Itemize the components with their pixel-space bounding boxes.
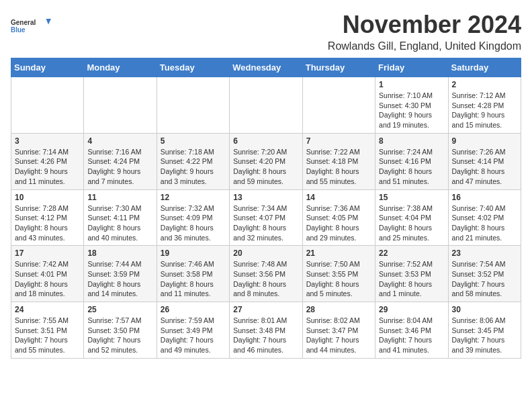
day-number: 13 bbox=[233, 193, 298, 202]
day-info: Daylight: 7 hours and 46 minutes. bbox=[233, 335, 298, 355]
day-info: Sunset: 3:58 PM bbox=[161, 269, 226, 279]
day-info: Sunrise: 7:18 AM bbox=[161, 147, 226, 157]
day-info: Sunset: 3:55 PM bbox=[306, 269, 371, 279]
day-info: Sunset: 4:30 PM bbox=[379, 101, 444, 111]
weekday-header: Wednesday bbox=[230, 58, 302, 77]
day-info: Sunset: 4:09 PM bbox=[161, 213, 226, 223]
day-info: Sunset: 3:59 PM bbox=[87, 269, 152, 279]
weekday-header: Monday bbox=[84, 58, 157, 77]
day-info: Sunrise: 7:42 AM bbox=[15, 259, 80, 269]
day-info: Daylight: 8 hours and 29 minutes. bbox=[306, 223, 371, 242]
calendar-cell: 3Sunrise: 7:14 AMSunset: 4:26 PMDaylight… bbox=[11, 133, 84, 189]
calendar-cell: 8Sunrise: 7:24 AMSunset: 4:16 PMDaylight… bbox=[375, 133, 448, 189]
day-number: 19 bbox=[161, 248, 226, 258]
weekday-header: Friday bbox=[375, 58, 448, 77]
day-info: Daylight: 9 hours and 15 minutes. bbox=[452, 110, 517, 130]
day-info: Daylight: 8 hours and 25 minutes. bbox=[379, 223, 444, 242]
day-info: Sunrise: 7:44 AM bbox=[87, 259, 152, 269]
day-info: Sunrise: 7:32 AM bbox=[161, 203, 226, 214]
day-info: Daylight: 8 hours and 21 minutes. bbox=[452, 223, 517, 242]
calendar-cell: 17Sunrise: 7:42 AMSunset: 4:01 PMDayligh… bbox=[11, 246, 84, 302]
calendar-cell: 14Sunrise: 7:36 AMSunset: 4:05 PMDayligh… bbox=[302, 189, 375, 246]
location-title: Rowlands Gill, England, United Kingdom bbox=[328, 40, 521, 52]
day-number: 4 bbox=[87, 136, 152, 146]
day-info: Sunrise: 7:46 AM bbox=[161, 259, 226, 269]
day-info: Sunrise: 7:14 AM bbox=[15, 147, 80, 157]
calendar-cell: 23Sunrise: 7:54 AMSunset: 3:52 PMDayligh… bbox=[448, 246, 521, 302]
day-info: Sunset: 3:56 PM bbox=[233, 269, 298, 279]
day-number: 18 bbox=[87, 248, 152, 258]
day-info: Sunrise: 7:40 AM bbox=[452, 203, 517, 214]
day-info: Sunrise: 7:50 AM bbox=[306, 259, 371, 269]
calendar-cell: 29Sunrise: 8:04 AMSunset: 3:46 PMDayligh… bbox=[375, 302, 448, 359]
day-number: 12 bbox=[161, 193, 226, 202]
day-info: Sunset: 3:47 PM bbox=[306, 326, 371, 336]
day-info: Daylight: 8 hours and 59 minutes. bbox=[233, 167, 298, 186]
calendar-cell: 9Sunrise: 7:26 AMSunset: 4:14 PMDaylight… bbox=[448, 133, 521, 189]
day-info: Sunrise: 7:26 AM bbox=[452, 147, 517, 157]
svg-marker-2 bbox=[46, 19, 52, 25]
day-info: Sunset: 4:05 PM bbox=[306, 213, 371, 223]
day-info: Daylight: 9 hours and 7 minutes. bbox=[87, 167, 152, 186]
day-info: Daylight: 8 hours and 43 minutes. bbox=[15, 223, 80, 242]
day-info: Sunset: 4:20 PM bbox=[233, 156, 298, 167]
calendar-table: SundayMondayTuesdayWednesdayThursdayFrid… bbox=[11, 58, 521, 359]
day-info: Sunset: 4:28 PM bbox=[452, 101, 517, 111]
day-number: 7 bbox=[306, 136, 371, 146]
day-info: Daylight: 9 hours and 11 minutes. bbox=[15, 167, 80, 186]
weekday-header: Tuesday bbox=[157, 58, 229, 77]
day-info: Sunrise: 8:01 AM bbox=[233, 316, 298, 326]
day-info: Daylight: 9 hours and 3 minutes. bbox=[161, 167, 226, 186]
day-info: Daylight: 7 hours and 52 minutes. bbox=[87, 335, 152, 355]
svg-text:Blue: Blue bbox=[11, 26, 26, 34]
logo: General Blue bbox=[11, 11, 51, 40]
weekday-header: Thursday bbox=[302, 58, 375, 77]
calendar-cell: 1Sunrise: 7:10 AMSunset: 4:30 PMDaylight… bbox=[375, 77, 448, 134]
day-info: Sunset: 4:12 PM bbox=[15, 213, 80, 223]
calendar-week-row: 24Sunrise: 7:55 AMSunset: 3:51 PMDayligh… bbox=[11, 302, 521, 359]
calendar-cell: 10Sunrise: 7:28 AMSunset: 4:12 PMDayligh… bbox=[11, 189, 84, 246]
day-number: 28 bbox=[306, 305, 371, 314]
day-info: Daylight: 8 hours and 36 minutes. bbox=[161, 223, 226, 242]
day-info: Sunrise: 7:57 AM bbox=[87, 316, 152, 326]
weekday-header: Sunday bbox=[11, 58, 84, 77]
day-info: Daylight: 8 hours and 1 minute. bbox=[379, 279, 444, 299]
calendar-week-row: 1Sunrise: 7:10 AMSunset: 4:30 PMDaylight… bbox=[11, 77, 521, 134]
day-number: 21 bbox=[306, 248, 371, 258]
day-number: 16 bbox=[452, 193, 517, 202]
day-info: Sunset: 3:49 PM bbox=[161, 326, 226, 336]
calendar-cell: 16Sunrise: 7:40 AMSunset: 4:02 PMDayligh… bbox=[448, 189, 521, 246]
day-info: Sunset: 3:53 PM bbox=[379, 269, 444, 279]
day-info: Sunrise: 7:16 AM bbox=[87, 147, 152, 157]
day-info: Daylight: 8 hours and 18 minutes. bbox=[15, 279, 80, 299]
calendar-cell: 22Sunrise: 7:52 AMSunset: 3:53 PMDayligh… bbox=[375, 246, 448, 302]
day-info: Sunrise: 8:02 AM bbox=[306, 316, 371, 326]
day-number: 6 bbox=[233, 136, 298, 146]
calendar-cell bbox=[230, 77, 302, 134]
calendar-cell: 7Sunrise: 7:22 AMSunset: 4:18 PMDaylight… bbox=[302, 133, 375, 189]
day-number: 10 bbox=[15, 193, 80, 202]
day-info: Daylight: 8 hours and 55 minutes. bbox=[306, 167, 371, 186]
day-info: Daylight: 8 hours and 32 minutes. bbox=[233, 223, 298, 242]
calendar-cell: 24Sunrise: 7:55 AMSunset: 3:51 PMDayligh… bbox=[11, 302, 84, 359]
day-info: Sunset: 3:52 PM bbox=[452, 269, 517, 279]
calendar-cell bbox=[11, 77, 84, 134]
weekday-header-row: SundayMondayTuesdayWednesdayThursdayFrid… bbox=[11, 58, 521, 77]
day-info: Daylight: 7 hours and 41 minutes. bbox=[379, 335, 444, 355]
calendar-cell: 26Sunrise: 7:59 AMSunset: 3:49 PMDayligh… bbox=[157, 302, 229, 359]
calendar-cell bbox=[157, 77, 229, 134]
day-info: Sunrise: 7:54 AM bbox=[452, 259, 517, 269]
calendar-cell: 28Sunrise: 8:02 AMSunset: 3:47 PMDayligh… bbox=[302, 302, 375, 359]
day-info: Sunset: 4:11 PM bbox=[87, 213, 152, 223]
day-info: Sunset: 3:45 PM bbox=[452, 326, 517, 336]
day-info: Sunset: 4:14 PM bbox=[452, 156, 517, 167]
day-number: 25 bbox=[87, 305, 152, 314]
day-info: Sunrise: 7:36 AM bbox=[306, 203, 371, 214]
day-number: 15 bbox=[379, 193, 444, 202]
day-info: Daylight: 8 hours and 47 minutes. bbox=[452, 167, 517, 186]
day-info: Sunrise: 8:04 AM bbox=[379, 316, 444, 326]
header: General Blue November 2024 Rowlands Gill… bbox=[11, 11, 521, 52]
day-info: Sunrise: 7:24 AM bbox=[379, 147, 444, 157]
day-number: 30 bbox=[452, 305, 517, 314]
day-info: Daylight: 7 hours and 49 minutes. bbox=[161, 335, 226, 355]
